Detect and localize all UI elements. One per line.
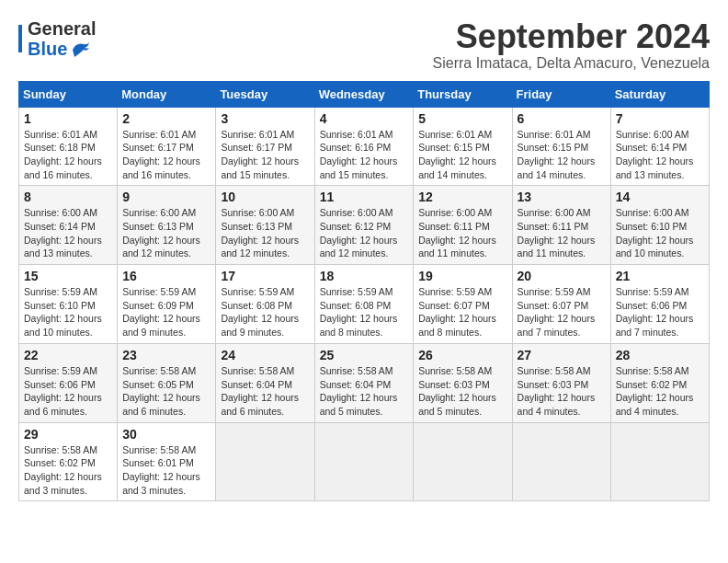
calendar-cell: 5Sunrise: 6:01 AMSunset: 6:15 PMDaylight… — [414, 107, 512, 186]
day-number: 5 — [418, 111, 506, 126]
weekday-sunday: Sunday — [19, 81, 118, 107]
calendar-cell: 24Sunrise: 5:58 AMSunset: 6:04 PMDayligh… — [216, 343, 314, 422]
calendar-cell: 12Sunrise: 6:00 AMSunset: 6:11 PMDayligh… — [414, 186, 512, 265]
week-row-5: 29Sunrise: 5:58 AMSunset: 6:02 PMDayligh… — [19, 422, 710, 501]
day-info: Sunrise: 6:00 AMSunset: 6:13 PMDaylight:… — [122, 206, 210, 260]
calendar-cell: 15Sunrise: 5:59 AMSunset: 6:10 PMDayligh… — [19, 265, 118, 344]
calendar-cell: 21Sunrise: 5:59 AMSunset: 6:06 PMDayligh… — [610, 265, 709, 344]
calendar-cell — [610, 422, 709, 501]
week-row-3: 15Sunrise: 5:59 AMSunset: 6:10 PMDayligh… — [19, 265, 710, 344]
day-number: 30 — [122, 427, 210, 442]
page-header: General Blue September 2024 Sierra Imata… — [18, 18, 710, 72]
logo-general: General — [28, 18, 96, 39]
day-info: Sunrise: 6:00 AMSunset: 6:14 PMDaylight:… — [24, 206, 112, 260]
day-info: Sunrise: 6:00 AMSunset: 6:12 PMDaylight:… — [320, 206, 409, 260]
day-number: 3 — [221, 111, 309, 126]
day-info: Sunrise: 6:00 AMSunset: 6:13 PMDaylight:… — [221, 206, 309, 260]
day-number: 25 — [320, 348, 409, 362]
day-info: Sunrise: 6:01 AMSunset: 6:17 PMDaylight:… — [221, 128, 309, 182]
day-info: Sunrise: 5:59 AMSunset: 6:10 PMDaylight:… — [24, 285, 112, 339]
day-number: 10 — [221, 190, 309, 204]
calendar-cell: 16Sunrise: 5:59 AMSunset: 6:09 PMDayligh… — [118, 265, 216, 344]
calendar-cell — [216, 422, 314, 501]
weekday-wednesday: Wednesday — [314, 81, 414, 107]
day-info: Sunrise: 6:01 AMSunset: 6:18 PMDaylight:… — [24, 128, 112, 182]
day-number: 24 — [221, 348, 309, 362]
day-info: Sunrise: 5:58 AMSunset: 6:02 PMDaylight:… — [616, 364, 704, 419]
day-number: 7 — [616, 111, 704, 126]
day-number: 22 — [24, 348, 112, 362]
calendar-cell: 8Sunrise: 6:00 AMSunset: 6:14 PMDaylight… — [19, 186, 118, 265]
logo-bird-icon — [71, 40, 91, 57]
calendar-cell: 19Sunrise: 5:59 AMSunset: 6:07 PMDayligh… — [414, 265, 512, 344]
day-number: 27 — [518, 348, 606, 362]
calendar-cell: 3Sunrise: 6:01 AMSunset: 6:17 PMDaylight… — [216, 107, 314, 186]
calendar-cell: 30Sunrise: 5:58 AMSunset: 6:01 PMDayligh… — [118, 422, 216, 501]
logo-blue: Blue — [28, 39, 67, 59]
day-info: Sunrise: 5:58 AMSunset: 6:03 PMDaylight:… — [418, 364, 506, 419]
calendar-cell: 13Sunrise: 6:00 AMSunset: 6:11 PMDayligh… — [512, 186, 610, 265]
day-number: 19 — [418, 269, 506, 283]
calendar-cell: 14Sunrise: 6:00 AMSunset: 6:10 PMDayligh… — [610, 186, 709, 265]
calendar-cell: 9Sunrise: 6:00 AMSunset: 6:13 PMDaylight… — [118, 186, 216, 265]
week-row-1: 1Sunrise: 6:01 AMSunset: 6:18 PMDaylight… — [19, 107, 710, 186]
week-row-2: 8Sunrise: 6:00 AMSunset: 6:14 PMDaylight… — [19, 186, 710, 265]
calendar-cell: 17Sunrise: 5:59 AMSunset: 6:08 PMDayligh… — [216, 265, 314, 344]
day-number: 16 — [122, 269, 210, 283]
day-info: Sunrise: 6:01 AMSunset: 6:15 PMDaylight:… — [518, 128, 606, 182]
day-number: 21 — [616, 269, 704, 283]
day-info: Sunrise: 6:00 AMSunset: 6:14 PMDaylight:… — [616, 128, 704, 182]
day-info: Sunrise: 5:58 AMSunset: 6:01 PMDaylight:… — [122, 443, 210, 498]
day-number: 28 — [616, 348, 704, 362]
day-info: Sunrise: 5:58 AMSunset: 6:04 PMDaylight:… — [320, 364, 409, 419]
calendar-cell: 6Sunrise: 6:01 AMSunset: 6:15 PMDaylight… — [512, 107, 610, 186]
calendar-cell: 28Sunrise: 5:58 AMSunset: 6:02 PMDayligh… — [610, 343, 709, 422]
day-number: 8 — [24, 190, 112, 204]
weekday-header-row: SundayMondayTuesdayWednesdayThursdayFrid… — [19, 81, 710, 107]
day-info: Sunrise: 6:00 AMSunset: 6:10 PMDaylight:… — [616, 206, 704, 260]
calendar-cell: 26Sunrise: 5:58 AMSunset: 6:03 PMDayligh… — [414, 343, 512, 422]
day-info: Sunrise: 5:59 AMSunset: 6:08 PMDaylight:… — [221, 285, 309, 339]
day-number: 15 — [24, 269, 112, 283]
day-number: 26 — [418, 348, 506, 362]
day-info: Sunrise: 5:58 AMSunset: 6:04 PMDaylight:… — [221, 364, 309, 419]
calendar-cell: 1Sunrise: 6:01 AMSunset: 6:18 PMDaylight… — [19, 107, 118, 186]
day-number: 14 — [616, 190, 704, 204]
day-number: 11 — [320, 190, 409, 204]
day-number: 2 — [122, 111, 210, 126]
day-number: 12 — [418, 190, 506, 204]
logo: General Blue — [18, 18, 96, 59]
day-info: Sunrise: 5:59 AMSunset: 6:09 PMDaylight:… — [122, 285, 210, 339]
title-block: September 2024 Sierra Imataca, Delta Ama… — [433, 18, 711, 72]
calendar-cell: 10Sunrise: 6:00 AMSunset: 6:13 PMDayligh… — [216, 186, 314, 265]
calendar-cell: 2Sunrise: 6:01 AMSunset: 6:17 PMDaylight… — [118, 107, 216, 186]
day-info: Sunrise: 5:59 AMSunset: 6:07 PMDaylight:… — [418, 285, 506, 339]
calendar-cell: 18Sunrise: 5:59 AMSunset: 6:08 PMDayligh… — [314, 265, 414, 344]
day-number: 4 — [320, 111, 409, 126]
day-number: 1 — [24, 111, 112, 126]
day-number: 18 — [320, 269, 409, 283]
calendar-cell: 22Sunrise: 5:59 AMSunset: 6:06 PMDayligh… — [19, 343, 118, 422]
calendar-cell: 27Sunrise: 5:58 AMSunset: 6:03 PMDayligh… — [512, 343, 610, 422]
day-number: 9 — [122, 190, 210, 204]
logo-line — [18, 25, 22, 52]
calendar-cell: 29Sunrise: 5:58 AMSunset: 6:02 PMDayligh… — [19, 422, 118, 501]
day-info: Sunrise: 6:01 AMSunset: 6:15 PMDaylight:… — [418, 128, 506, 182]
calendar-cell — [314, 422, 414, 501]
calendar-cell: 20Sunrise: 5:59 AMSunset: 6:07 PMDayligh… — [512, 265, 610, 344]
day-info: Sunrise: 5:58 AMSunset: 6:02 PMDaylight:… — [24, 443, 112, 498]
day-info: Sunrise: 6:00 AMSunset: 6:11 PMDaylight:… — [518, 206, 606, 260]
calendar-cell: 7Sunrise: 6:00 AMSunset: 6:14 PMDaylight… — [610, 107, 709, 186]
calendar-cell — [512, 422, 610, 501]
day-info: Sunrise: 5:59 AMSunset: 6:08 PMDaylight:… — [320, 285, 409, 339]
weekday-saturday: Saturday — [610, 81, 709, 107]
day-number: 23 — [122, 348, 210, 362]
day-info: Sunrise: 6:01 AMSunset: 6:17 PMDaylight:… — [122, 128, 210, 182]
weekday-monday: Monday — [118, 81, 216, 107]
day-number: 13 — [518, 190, 606, 204]
day-info: Sunrise: 6:00 AMSunset: 6:11 PMDaylight:… — [418, 206, 506, 260]
day-info: Sunrise: 5:59 AMSunset: 6:06 PMDaylight:… — [24, 364, 112, 419]
weekday-thursday: Thursday — [414, 81, 512, 107]
weekday-tuesday: Tuesday — [216, 81, 314, 107]
day-info: Sunrise: 6:01 AMSunset: 6:16 PMDaylight:… — [320, 128, 409, 182]
